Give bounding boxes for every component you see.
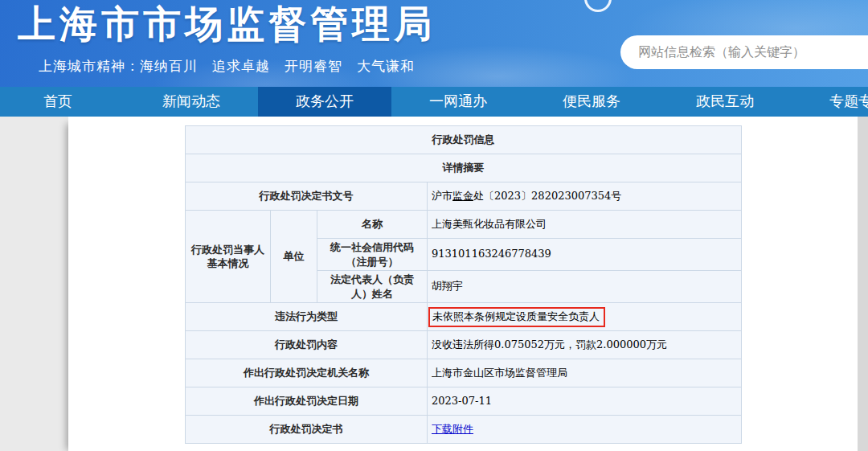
nav-item-one-stop[interactable]: 一网通办 (391, 87, 525, 117)
table-row: 行政处罚内容 没收违法所得0.075052万元，罚款2.000000万元 (186, 331, 742, 359)
table-row: 违法行为类型 未依照本条例规定设质量安全负责人 (186, 303, 742, 331)
violation-type-label: 违法行为类型 (186, 303, 428, 331)
site-header: 上海市市场监督管理局 上海城市精神：海纳百川 追求卓越 开明睿智 大气谦和 (0, 0, 868, 87)
table-row: 行政处罚当事人基本情况 单位 名称 上海美甄化妆品有限公司 (186, 211, 742, 239)
legal-rep-label: 法定代表人（负责人）姓名 (317, 271, 428, 303)
company-name-label: 名称 (317, 211, 428, 239)
penalty-content-value: 没收违法所得0.075052万元，罚款2.000000万元 (428, 331, 742, 359)
decision-date-label: 作出行政处罚决定日期 (186, 387, 428, 416)
nav-items: 首页 新闻动态 政务公开 一网通办 便民服务 政民互动 专题专栏 (0, 87, 868, 117)
page: 上海市市场监督管理局 上海城市精神：海纳百川 追求卓越 开明睿智 大气谦和 首页… (0, 0, 868, 451)
nav-item-public-services[interactable]: 便民服务 (525, 87, 658, 117)
nav-item-news[interactable]: 新闻动态 (125, 87, 258, 117)
table-row: 作出行政处罚决定日期 2023-07-11 (186, 387, 742, 416)
nav-item-interaction[interactable]: 政民互动 (658, 87, 792, 117)
decision-document-value: 下载附件 (428, 416, 742, 444)
credit-code-value: 913101163246778439 (428, 239, 742, 271)
right-page-gutter (858, 117, 868, 451)
penalty-content-label: 行政处罚内容 (186, 331, 428, 359)
nav-item-special-topics[interactable]: 专题专栏 (792, 87, 868, 117)
doc-number-prefix: 沪市 (432, 190, 452, 202)
legal-rep-value: 胡翔宇 (428, 271, 742, 303)
table-subtitle: 详情摘要 (186, 154, 742, 182)
doc-number-label: 行政处罚决定书文号 (186, 182, 428, 211)
doc-number-underlined-part: 监金 (452, 190, 473, 202)
table-title: 行政处罚信息 (186, 126, 742, 154)
party-type-label: 单位 (271, 211, 317, 303)
main-nav: 首页 新闻动态 政务公开 一网通办 便民服务 政民互动 专题专栏 (0, 87, 868, 117)
decision-document-label: 行政处罚决定书 (186, 416, 428, 444)
highlighted-violation-text: 未依照本条例规定设质量安全负责人 (428, 307, 605, 327)
doc-number-suffix: 处〔2023〕282023007354号 (473, 190, 621, 202)
table-row: 行政处罚信息 (186, 126, 742, 154)
violation-type-value: 未依照本条例规定设质量安全负责人 (428, 303, 742, 331)
download-attachment-link[interactable]: 下载附件 (432, 423, 473, 435)
content-panel: 行政处罚信息 详情摘要 行政处罚决定书文号 沪市监金处〔2023〕2820230… (68, 117, 858, 451)
site-title: 上海市市场监督管理局 (18, 2, 436, 47)
company-name-value: 上海美甄化妆品有限公司 (428, 211, 742, 239)
table-row: 详情摘要 (186, 154, 742, 182)
party-basic-info-label: 行政处罚当事人基本情况 (186, 211, 271, 303)
doc-number-value: 沪市监金处〔2023〕282023007354号 (428, 182, 742, 211)
decision-authority-label: 作出行政处罚决定机关名称 (186, 359, 428, 387)
site-search-box[interactable] (620, 35, 868, 69)
decision-date-value: 2023-07-11 (428, 387, 742, 416)
credit-code-label: 统一社会信用代码（注册号） (317, 239, 428, 271)
table-row: 作出行政处罚决定机关名称 上海市金山区市场监督管理局 (186, 359, 742, 387)
partial-ring-logo-icon (584, 0, 612, 12)
decision-authority-value: 上海市金山区市场监督管理局 (428, 359, 742, 387)
table-row: 行政处罚决定书 下载附件 (186, 416, 742, 444)
nav-item-home[interactable]: 首页 (0, 87, 125, 117)
main-area: 行政处罚信息 详情摘要 行政处罚决定书文号 沪市监金处〔2023〕2820230… (0, 117, 868, 451)
table-row: 行政处罚决定书文号 沪市监金处〔2023〕282023007354号 (186, 182, 742, 211)
city-spirit-slogan: 上海城市精神：海纳百川 追求卓越 开明睿智 大气谦和 (39, 57, 415, 76)
nav-item-gov-disclosure[interactable]: 政务公开 (258, 87, 391, 117)
search-input[interactable] (638, 45, 863, 59)
penalty-info-table: 行政处罚信息 详情摘要 行政处罚决定书文号 沪市监金处〔2023〕2820230… (185, 125, 742, 444)
